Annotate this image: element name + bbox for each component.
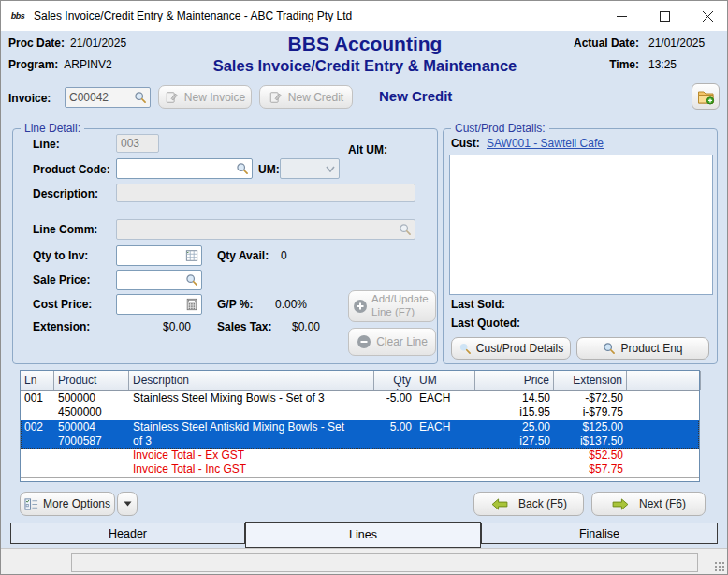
- line-detail-group: Line Detail: Line: Alt UM: Product Code:…: [12, 128, 438, 364]
- cust-prod-group: Cust/Prod Details: Cust: SAW001 - Sawtel…: [443, 128, 718, 364]
- actual-date-label: Actual Date:: [574, 37, 639, 50]
- total-inc-gst-label: Invoice Total - Inc GST: [129, 463, 374, 477]
- sale-price-label: Sale Price:: [33, 273, 90, 287]
- time-value: 13:25: [648, 58, 716, 71]
- total-row-ex-gst: Invoice Total - Ex GST $52.50: [21, 449, 699, 463]
- tab-finalise-label: Finalise: [579, 527, 619, 540]
- cost-price-field[interactable]: [116, 294, 202, 315]
- folder-add-icon: [697, 89, 715, 105]
- qty-avail-label: Qty Avail:: [217, 249, 269, 262]
- next-label: Next (F6): [639, 497, 686, 510]
- table-separator: [21, 477, 699, 478]
- calculator-icon[interactable]: [185, 298, 198, 311]
- line-number-input: [117, 135, 158, 152]
- more-options-button[interactable]: More Options: [20, 492, 115, 516]
- cust-prod-title: Cust/Prod Details:: [451, 122, 549, 135]
- invoice-lines-table: Ln Product Description Qty Inv UM Price …: [20, 370, 700, 482]
- tab-header-label: Header: [109, 527, 147, 540]
- invoice-field[interactable]: [65, 87, 151, 108]
- plus-circle-icon: [353, 299, 368, 314]
- resize-grip-icon[interactable]: [714, 561, 725, 572]
- col-product: Product: [54, 371, 129, 390]
- extension-label: Extension:: [33, 320, 90, 333]
- back-arrow-icon: [490, 498, 509, 510]
- app-window: bbs Sales Invoice/Credit Entry & Mainten…: [0, 0, 728, 575]
- product-search-icon[interactable]: [236, 162, 249, 175]
- last-quoted-label: Last Quoted:: [451, 317, 520, 330]
- new-invoice-button[interactable]: New Invoice: [158, 85, 252, 109]
- um-label: UM:: [258, 163, 280, 176]
- col-description: Description: [129, 371, 374, 390]
- maximize-button[interactable]: [643, 1, 686, 31]
- sale-price-field[interactable]: [116, 270, 202, 290]
- status-bar: [1, 548, 728, 575]
- product-code-input[interactable]: [117, 159, 252, 178]
- cost-price-label: Cost Price:: [33, 298, 92, 311]
- tab-finalise[interactable]: Finalise: [481, 523, 718, 544]
- um-select[interactable]: [280, 158, 340, 179]
- title-bar: bbs Sales Invoice/Credit Entry & Mainten…: [1, 1, 728, 31]
- new-credit-label: New Credit: [288, 91, 343, 104]
- product-enq-search-icon: [603, 342, 616, 355]
- line-number-field: [116, 134, 159, 153]
- window-title: Sales Invoice/Credit Entry & Maintenance…: [34, 9, 352, 22]
- tab-lines[interactable]: Lines: [245, 522, 481, 548]
- new-credit-icon: [269, 91, 283, 104]
- extension-value: $0.00: [133, 320, 191, 333]
- minus-circle-icon: [357, 334, 371, 349]
- status-panel: [71, 553, 698, 572]
- invoice-label: Invoice:: [8, 92, 51, 105]
- clear-line-button[interactable]: Clear Line: [348, 328, 436, 356]
- minimize-button[interactable]: [600, 1, 643, 31]
- next-button[interactable]: Next (F6): [591, 492, 706, 516]
- app-logo-icon: bbs: [9, 7, 26, 24]
- qty-to-inv-field[interactable]: [116, 245, 202, 266]
- line-comm-search-icon: [399, 223, 412, 236]
- gp-label: G/P %:: [217, 298, 253, 311]
- new-invoice-label: New Invoice: [184, 91, 245, 104]
- more-options-dropdown-button[interactable]: [117, 492, 138, 516]
- cust-prod-details-button[interactable]: Cust/Prod Details: [451, 337, 571, 360]
- add-update-line-label: Add/Update Line (F7): [371, 293, 431, 319]
- col-extension: Extension: [554, 371, 627, 390]
- col-um: UM: [415, 371, 475, 390]
- new-invoice-icon: [165, 91, 179, 104]
- description-input: [117, 184, 415, 201]
- line-comm-field: [116, 219, 415, 240]
- gp-value: 0.00%: [249, 298, 307, 311]
- qty-grid-icon[interactable]: [185, 249, 198, 262]
- col-filler: [627, 371, 701, 390]
- more-options-icon: [24, 497, 38, 511]
- actual-date-value: 21/01/2025: [648, 37, 716, 50]
- line-label: Line:: [33, 138, 60, 151]
- product-enq-button[interactable]: Product Enq: [576, 337, 709, 360]
- new-credit-button[interactable]: New Credit: [259, 85, 353, 109]
- mode-status-text: New Credit: [379, 88, 452, 104]
- add-update-line-button[interactable]: Add/Update Line (F7): [348, 290, 436, 322]
- table-row-selected[interactable]: 002 5000047000587 Stainless Steel Antisk…: [21, 420, 699, 449]
- invoice-search-icon[interactable]: [134, 91, 147, 104]
- next-arrow-icon: [611, 498, 630, 510]
- alt-um-label: Alt UM:: [348, 143, 387, 156]
- cust-label: Cust:: [451, 137, 480, 150]
- back-label: Back (F5): [518, 497, 567, 510]
- total-inc-gst-value: $57.75: [554, 463, 627, 477]
- last-sold-label: Last Sold:: [451, 298, 505, 311]
- documents-button[interactable]: [692, 83, 720, 110]
- sales-tax-value: $0.00: [258, 320, 320, 333]
- back-button[interactable]: Back (F5): [473, 492, 584, 516]
- total-ex-gst-value: $52.50: [554, 449, 627, 463]
- sale-price-search-icon[interactable]: [185, 273, 198, 287]
- cust-prod-info-box: [449, 155, 713, 295]
- customer-link[interactable]: SAW001 - Sawtell Cafe: [487, 137, 604, 150]
- col-qty-inv: Qty Inv: [374, 371, 415, 390]
- more-options-label: More Options: [43, 497, 110, 510]
- product-code-field[interactable]: [116, 158, 253, 179]
- table-row[interactable]: 001 5000004500000 Stainless Steel Mixing…: [21, 391, 699, 420]
- product-enq-label: Product Enq: [620, 342, 682, 355]
- col-price: Price: [475, 371, 554, 390]
- tab-header[interactable]: Header: [10, 523, 245, 544]
- qty-avail-value: 0: [281, 249, 287, 262]
- qty-to-inv-label: Qty to Inv:: [33, 249, 88, 262]
- close-button[interactable]: [686, 1, 728, 31]
